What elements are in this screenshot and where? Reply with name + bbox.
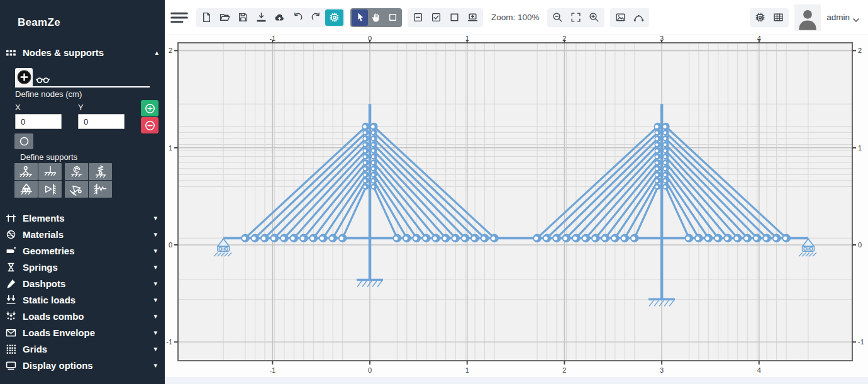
glasses-icon[interactable] [35,73,51,84]
cable-anchor[interactable] [663,171,669,178]
node-shape-button[interactable] [14,133,33,149]
open-file-button[interactable] [216,9,234,26]
cable-anchor[interactable] [655,183,661,189]
deck-node[interactable] [412,234,421,242]
data-table-button[interactable] [769,9,787,26]
sidebar-item-dashpots[interactable]: Dashpots▾ [0,275,165,291]
sidebar-item-static-loads[interactable]: Static loads▾ [0,291,165,308]
support-horizontal-spring-button[interactable] [89,181,112,198]
deck-node[interactable] [611,234,620,242]
deck-node[interactable] [630,234,639,242]
cable-anchor[interactable] [663,178,669,184]
cable-anchor[interactable] [363,129,369,135]
cable-anchor[interactable] [655,154,661,160]
deck-node[interactable] [601,234,610,242]
deck-node[interactable] [442,234,450,242]
deck-node[interactable] [704,234,713,242]
deck-node[interactable] [685,234,694,242]
box-select-tool-button[interactable] [384,9,401,26]
cable-anchor[interactable] [371,135,377,142]
cable-anchor[interactable] [371,166,377,172]
zoom-out-button[interactable] [548,9,567,26]
cable-anchor[interactable] [363,147,369,154]
cable-anchor[interactable] [363,183,369,189]
deck-node[interactable] [694,234,703,242]
cable-anchor[interactable] [362,123,370,130]
cable-anchor[interactable] [663,159,669,166]
deck-node[interactable] [743,234,752,242]
cable-anchor[interactable] [655,147,661,154]
deck-node[interactable] [260,234,269,242]
cable-anchor[interactable] [663,154,669,160]
add-node-tab[interactable] [15,68,33,86]
deck-node[interactable] [490,234,499,242]
cable-anchor[interactable] [663,141,669,147]
sidebar-section-nodes-supports[interactable]: Nodes & supports ▴ [5,45,161,59]
deck-node[interactable] [403,234,411,242]
deck-node[interactable] [562,234,571,242]
sidebar-item-elements[interactable]: Elements▾ [0,210,165,226]
deck-node[interactable] [782,234,791,242]
sidebar-item-loads-envelope[interactable]: Loads Envelope▾ [0,324,165,341]
deck-node[interactable] [422,234,431,242]
deck-node[interactable] [461,234,470,242]
deck-node[interactable] [451,234,460,242]
select-all-button[interactable] [427,9,445,26]
user-menu[interactable]: admin [826,13,859,22]
undo-button[interactable] [289,9,307,26]
deck-node[interactable] [431,234,440,242]
cable-anchor[interactable] [655,166,661,172]
cable-anchor[interactable] [371,147,377,154]
cable-anchor[interactable] [662,123,670,130]
deck-node[interactable] [552,234,561,242]
deck-node[interactable] [393,234,402,242]
solver-settings-button[interactable] [751,9,769,26]
support-pinned-button[interactable] [14,163,38,180]
model-canvas[interactable]: -1-10011223344221100-1-1 [165,35,868,384]
support-roller-button[interactable] [14,181,38,198]
new-file-button[interactable] [198,9,216,26]
select-tool-button[interactable] [352,9,368,26]
deck-node[interactable] [290,234,299,242]
hamburger-menu-icon[interactable] [170,11,189,25]
cable-anchor[interactable] [363,171,369,178]
cable-anchor[interactable] [363,135,369,142]
support-fixed-vertical-button[interactable] [38,163,62,180]
cable-anchor[interactable] [663,135,669,142]
deck-node[interactable] [621,234,630,242]
cable-anchor[interactable] [655,159,661,166]
support-lateral-fixed-button[interactable] [38,181,62,198]
deck-node[interactable] [723,234,732,242]
cable-anchor[interactable] [363,178,369,184]
cable-anchor[interactable] [371,183,377,189]
cable-anchor[interactable] [655,135,661,142]
sidebar-item-display-options[interactable]: Display options▾ [0,357,165,373]
avatar[interactable] [794,4,821,31]
cable-anchor[interactable] [371,159,377,166]
deck-node[interactable] [299,234,308,242]
deck-node[interactable] [762,234,771,242]
deck-node[interactable] [591,234,600,242]
add-node-button[interactable] [141,100,159,116]
y-coordinate-input[interactable] [78,114,125,129]
support-rotational-spring-button[interactable] [65,163,88,180]
deck-node[interactable] [714,234,723,242]
zoom-in-button[interactable] [585,9,603,26]
deck-node[interactable] [319,234,328,242]
sidebar-item-materials[interactable]: Materials▾ [0,226,165,242]
cable-anchor[interactable] [371,141,377,147]
cable-anchor[interactable] [370,123,378,130]
deck-node[interactable] [481,234,489,242]
cable-anchor[interactable] [655,141,661,147]
cable-anchor[interactable] [655,171,661,178]
sidebar-item-loads-combo[interactable]: Loads combo▾ [0,308,165,324]
cable-anchor[interactable] [371,178,377,184]
pan-tool-button[interactable] [368,9,384,26]
cable-anchor[interactable] [363,154,369,160]
redo-button[interactable] [307,9,325,26]
sidebar-item-grids[interactable]: Grids▾ [0,341,165,357]
save-button[interactable] [234,9,252,26]
export-image-button[interactable] [611,9,630,26]
cable-anchor[interactable] [655,178,661,184]
cable-anchor[interactable] [654,123,662,130]
